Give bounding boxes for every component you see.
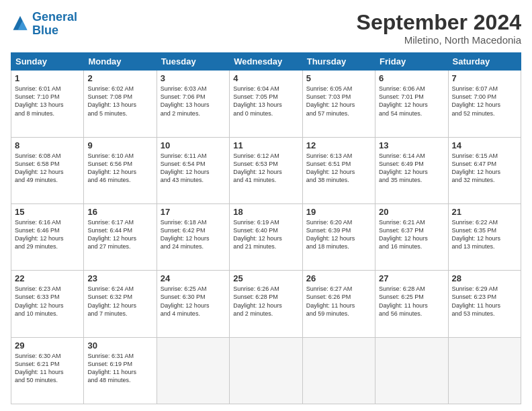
- week-row-5: 29Sunrise: 6:30 AM Sunset: 6:21 PM Dayli…: [11, 337, 521, 404]
- day-detail: Sunrise: 6:23 AM Sunset: 6:33 PM Dayligh…: [15, 285, 80, 318]
- day-number: 24: [161, 273, 226, 283]
- calendar-cell: 24Sunrise: 6:25 AM Sunset: 6:30 PM Dayli…: [157, 271, 229, 337]
- day-detail: Sunrise: 6:10 AM Sunset: 6:56 PM Dayligh…: [87, 152, 152, 185]
- day-detail: Sunrise: 6:05 AM Sunset: 7:03 PM Dayligh…: [306, 85, 371, 118]
- calendar-cell: 20Sunrise: 6:21 AM Sunset: 6:37 PM Dayli…: [375, 203, 448, 270]
- week-row-3: 15Sunrise: 6:16 AM Sunset: 6:46 PM Dayli…: [11, 203, 521, 270]
- calendar-cell: 2Sunrise: 6:02 AM Sunset: 7:08 PM Daylig…: [84, 71, 157, 137]
- calendar-cell: 18Sunrise: 6:19 AM Sunset: 6:40 PM Dayli…: [230, 203, 302, 270]
- day-number: 19: [306, 207, 371, 217]
- location: Miletino, North Macedonia: [357, 34, 521, 46]
- calendar-cell: [375, 337, 448, 404]
- day-number: 23: [87, 273, 152, 283]
- calendar-cell: 10Sunrise: 6:11 AM Sunset: 6:54 PM Dayli…: [157, 137, 229, 203]
- day-detail: Sunrise: 6:21 AM Sunset: 6:37 PM Dayligh…: [379, 218, 444, 251]
- day-detail: Sunrise: 6:01 AM Sunset: 7:10 PM Dayligh…: [15, 85, 80, 118]
- col-header-saturday: Saturday: [448, 53, 521, 71]
- day-detail: Sunrise: 6:13 AM Sunset: 6:51 PM Dayligh…: [306, 152, 371, 185]
- calendar-cell: [230, 337, 302, 404]
- day-number: 21: [452, 207, 517, 217]
- day-detail: Sunrise: 6:02 AM Sunset: 7:08 PM Dayligh…: [87, 85, 152, 118]
- calendar-cell: 15Sunrise: 6:16 AM Sunset: 6:46 PM Dayli…: [11, 203, 84, 270]
- day-number: 10: [161, 140, 226, 150]
- day-number: 5: [306, 73, 371, 83]
- day-detail: Sunrise: 6:24 AM Sunset: 6:32 PM Dayligh…: [87, 285, 152, 318]
- day-number: 12: [306, 140, 371, 150]
- calendar-table: SundayMondayTuesdayWednesdayThursdayFrid…: [11, 52, 521, 404]
- page: General Blue September 2024 Miletino, No…: [0, 0, 532, 411]
- calendar-cell: 6Sunrise: 6:06 AM Sunset: 7:01 PM Daylig…: [375, 71, 448, 137]
- logo-text: General Blue: [32, 11, 77, 38]
- day-detail: Sunrise: 6:25 AM Sunset: 6:30 PM Dayligh…: [161, 285, 226, 318]
- day-detail: Sunrise: 6:31 AM Sunset: 6:19 PM Dayligh…: [87, 352, 152, 385]
- day-detail: Sunrise: 6:11 AM Sunset: 6:54 PM Dayligh…: [161, 152, 226, 185]
- calendar-cell: 27Sunrise: 6:28 AM Sunset: 6:25 PM Dayli…: [375, 271, 448, 337]
- day-detail: Sunrise: 6:14 AM Sunset: 6:49 PM Dayligh…: [379, 152, 444, 185]
- day-number: 25: [233, 273, 298, 283]
- calendar-cell: 11Sunrise: 6:12 AM Sunset: 6:53 PM Dayli…: [230, 137, 302, 203]
- day-number: 18: [233, 207, 298, 217]
- day-number: 7: [452, 73, 517, 83]
- day-detail: Sunrise: 6:30 AM Sunset: 6:21 PM Dayligh…: [15, 352, 80, 385]
- calendar-cell: 13Sunrise: 6:14 AM Sunset: 6:49 PM Dayli…: [375, 137, 448, 203]
- calendar-cell: 9Sunrise: 6:10 AM Sunset: 6:56 PM Daylig…: [84, 137, 157, 203]
- logo: General Blue: [11, 11, 77, 38]
- calendar-cell: 8Sunrise: 6:08 AM Sunset: 6:58 PM Daylig…: [11, 137, 84, 203]
- day-number: 15: [15, 207, 80, 217]
- day-number: 26: [306, 273, 371, 283]
- day-detail: Sunrise: 6:06 AM Sunset: 7:01 PM Dayligh…: [379, 85, 444, 118]
- day-detail: Sunrise: 6:12 AM Sunset: 6:53 PM Dayligh…: [233, 152, 298, 185]
- day-detail: Sunrise: 6:17 AM Sunset: 6:44 PM Dayligh…: [87, 218, 152, 251]
- day-number: 30: [87, 340, 152, 351]
- col-header-tuesday: Tuesday: [157, 53, 229, 71]
- calendar-cell: [302, 337, 375, 404]
- day-detail: Sunrise: 6:20 AM Sunset: 6:39 PM Dayligh…: [306, 218, 371, 251]
- day-number: 17: [161, 207, 226, 217]
- day-number: 8: [15, 140, 80, 150]
- day-number: 29: [15, 340, 80, 351]
- title-block: September 2024 Miletino, North Macedonia: [357, 11, 521, 46]
- calendar-cell: 16Sunrise: 6:17 AM Sunset: 6:44 PM Dayli…: [84, 203, 157, 270]
- month-title: September 2024: [357, 11, 521, 34]
- calendar-cell: 17Sunrise: 6:18 AM Sunset: 6:42 PM Dayli…: [157, 203, 229, 270]
- week-row-4: 22Sunrise: 6:23 AM Sunset: 6:33 PM Dayli…: [11, 271, 521, 337]
- calendar-cell: 30Sunrise: 6:31 AM Sunset: 6:19 PM Dayli…: [84, 337, 157, 404]
- day-number: 14: [452, 140, 517, 150]
- logo-blue: Blue: [32, 24, 58, 37]
- col-header-sunday: Sunday: [11, 53, 84, 71]
- day-detail: Sunrise: 6:27 AM Sunset: 6:26 PM Dayligh…: [306, 285, 371, 318]
- logo-general: General: [32, 10, 77, 24]
- day-detail: Sunrise: 6:18 AM Sunset: 6:42 PM Dayligh…: [161, 218, 226, 251]
- calendar-cell: 26Sunrise: 6:27 AM Sunset: 6:26 PM Dayli…: [302, 271, 375, 337]
- day-number: 3: [161, 73, 226, 83]
- header: General Blue September 2024 Miletino, No…: [11, 11, 521, 46]
- calendar-cell: 25Sunrise: 6:26 AM Sunset: 6:28 PM Dayli…: [230, 271, 302, 337]
- calendar-cell: [448, 337, 521, 404]
- day-detail: Sunrise: 6:19 AM Sunset: 6:40 PM Dayligh…: [233, 218, 298, 251]
- calendar-cell: [157, 337, 229, 404]
- day-detail: Sunrise: 6:28 AM Sunset: 6:25 PM Dayligh…: [379, 285, 444, 318]
- day-number: 27: [379, 273, 444, 283]
- day-detail: Sunrise: 6:26 AM Sunset: 6:28 PM Dayligh…: [233, 285, 298, 318]
- calendar-cell: 19Sunrise: 6:20 AM Sunset: 6:39 PM Dayli…: [302, 203, 375, 270]
- col-header-monday: Monday: [84, 53, 157, 71]
- day-detail: Sunrise: 6:07 AM Sunset: 7:00 PM Dayligh…: [452, 85, 517, 118]
- day-number: 1: [15, 73, 80, 83]
- day-detail: Sunrise: 6:16 AM Sunset: 6:46 PM Dayligh…: [15, 218, 80, 251]
- calendar-cell: 3Sunrise: 6:03 AM Sunset: 7:06 PM Daylig…: [157, 71, 229, 137]
- day-detail: Sunrise: 6:08 AM Sunset: 6:58 PM Dayligh…: [15, 152, 80, 185]
- day-detail: Sunrise: 6:04 AM Sunset: 7:05 PM Dayligh…: [233, 85, 298, 118]
- day-number: 9: [87, 140, 152, 150]
- calendar-cell: 29Sunrise: 6:30 AM Sunset: 6:21 PM Dayli…: [11, 337, 84, 404]
- calendar-cell: 1Sunrise: 6:01 AM Sunset: 7:10 PM Daylig…: [11, 71, 84, 137]
- calendar-cell: 21Sunrise: 6:22 AM Sunset: 6:35 PM Dayli…: [448, 203, 521, 270]
- day-number: 11: [233, 140, 298, 150]
- day-number: 20: [379, 207, 444, 217]
- day-number: 2: [87, 73, 152, 83]
- calendar-cell: 28Sunrise: 6:29 AM Sunset: 6:23 PM Dayli…: [448, 271, 521, 337]
- week-row-2: 8Sunrise: 6:08 AM Sunset: 6:58 PM Daylig…: [11, 137, 521, 203]
- col-header-thursday: Thursday: [302, 53, 375, 71]
- day-number: 28: [452, 273, 517, 283]
- week-row-1: 1Sunrise: 6:01 AM Sunset: 7:10 PM Daylig…: [11, 71, 521, 137]
- day-number: 6: [379, 73, 444, 83]
